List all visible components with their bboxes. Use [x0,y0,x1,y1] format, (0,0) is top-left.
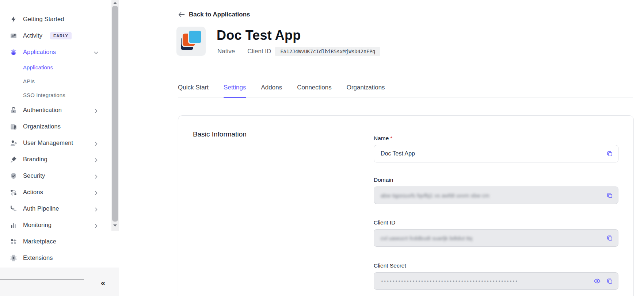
activity-icon [10,32,17,39]
sidebar-scrollbar-thumb[interactable] [112,6,118,222]
app-meta-row: Native Client ID EA12J4WvUK7cIdlbiR5sxMj… [217,47,380,56]
sidebar-item-actions[interactable]: Actions [0,184,110,200]
sidebar-item-label: Applications [23,49,56,55]
sidebar-item-organizations[interactable]: Organizations [0,118,110,135]
sidebar-item-label: Organizations [23,123,61,130]
sidebar-item-activity[interactable]: Activity EARLY [0,27,110,44]
sidebar-item-label: Branding [23,156,47,163]
app-logo [176,27,206,56]
sidebar-item-monitoring[interactable]: Monitoring [0,217,110,233]
domain-readonly-box: abw tqpxsuvfs fqvfbj1 vs awfdt uvvm xbw … [374,187,618,204]
bar-chart-icon [10,222,17,229]
name-field-group: Name* [374,135,618,162]
copy-icon [606,192,613,199]
back-to-applications-link[interactable]: Back to Applications [178,11,250,18]
footer-divider-line [0,280,84,280]
grid-plus-icon [10,238,17,245]
sidebar-item-label: Extensions [23,254,53,261]
sidebar-item-auth-pipeline[interactable]: Auth Pipeline [0,200,110,217]
sidebar-nav: Getting Started Activity EARLY Applicati… [0,0,110,266]
sidebar-item-label: Security [23,172,45,179]
shield-check-icon [10,172,17,180]
sidebar-item-branding[interactable]: Branding [0,151,110,168]
client-id-redacted-value: cvl uawucrt fcddbudt suarljk bdtdut ttq [374,235,472,241]
tab-organizations[interactable]: Organizations [347,84,385,97]
domain-label: Domain [374,176,618,184]
chip-icon [10,254,17,262]
name-input[interactable] [374,145,618,162]
chevron-right-icon [94,157,98,162]
sidebar-item-getting-started[interactable]: Getting Started [0,11,110,27]
tab-quick-start[interactable]: Quick Start [178,84,209,97]
sidebar-item-marketplace[interactable]: Marketplace [0,233,110,250]
client-secret-readonly-box: ••••••••••••••••••••••••••••••••••••••••… [374,272,618,290]
client-secret-field-group: Client Secret ••••••••••••••••••••••••••… [374,262,618,290]
copy-icon [606,150,613,157]
copy-domain-button[interactable] [605,191,614,200]
sidebar-item-label: User Management [23,139,73,146]
sidebar-subitem-applications[interactable]: Applications [0,60,110,74]
client-id-chip: EA12J4WvUK7cIdlbiR5sxMjWsD42nFPq [275,47,380,56]
chevron-right-icon [94,207,98,211]
logo-blue-square [188,30,202,44]
sidebar-item-label: Monitoring [23,222,52,228]
copy-name-button[interactable] [605,149,614,158]
name-input-box [374,145,618,162]
chevron-right-icon [94,108,98,112]
tab-settings[interactable]: Settings [224,84,246,97]
copy-client-secret-button[interactable] [605,277,614,285]
client-id-readonly-box: cvl uawucrt fcddbudt suarljk bdtdut ttq [374,229,618,247]
copy-client-id-button[interactable] [605,234,614,242]
client-id-label: Client ID [247,48,271,55]
sidebar-item-label: APIs [23,78,35,84]
copy-icon [606,278,613,285]
required-asterisk: * [390,135,392,141]
sidebar-item-label: SSO Integrations [23,92,65,98]
chevron-right-icon [94,141,98,145]
chevron-right-icon [94,174,98,178]
reveal-client-secret-button[interactable] [593,277,602,285]
page-title: Doc Test App [217,28,301,43]
sidebar-item-label: Applications [23,64,53,70]
client-id-field-label: Client ID [374,219,618,226]
sidebar-subitem-apis[interactable]: APIs [0,74,110,88]
sidebar-subitem-sso-integrations[interactable]: SSO Integrations [0,88,110,102]
back-arrow-icon [178,11,185,18]
sidebar-collapse-button[interactable]: « [97,277,109,289]
tab-addons[interactable]: Addons [261,84,282,97]
client-secret-masked-value: ••••••••••••••••••••••••••••••••••••••••… [374,278,518,284]
app-type-label: Native [217,48,235,55]
sidebar-footer: « [0,268,119,296]
user-gear-icon [10,139,17,147]
scrollbar-down-arrow-icon[interactable] [113,224,117,227]
client-id-field-group: Client ID cvl uawucrt fcddbudt suarljk b… [374,219,618,247]
sidebar: Getting Started Activity EARLY Applicati… [0,0,119,296]
early-badge: EARLY [50,32,72,39]
applications-layers-icon [10,49,17,56]
chevron-down-icon [94,50,98,54]
sidebar-item-user-management[interactable]: User Management [0,135,110,151]
sidebar-item-authentication[interactable]: Authentication [0,102,110,118]
sidebar-scrollbar-track[interactable] [111,0,119,231]
flow-icon [10,189,17,196]
tab-connections[interactable]: Connections [297,84,332,97]
eye-icon [594,277,601,285]
sidebar-item-label: Authentication [23,107,62,114]
sidebar-item-applications[interactable]: Applications [0,44,110,60]
pipeline-icon [10,205,17,212]
scrollbar-up-arrow-icon[interactable] [113,2,117,4]
client-secret-label: Client Secret [374,262,618,269]
sidebar-item-security[interactable]: Security [0,168,110,184]
sidebar-item-extensions[interactable]: Extensions [0,250,110,266]
paintbrush-icon [10,156,17,163]
basic-information-card: Basic Information Name* Domain abw tqp [178,115,634,296]
domain-field-group: Domain abw tqpxsuvfs fqvfbj1 vs awfdt uv… [374,176,618,204]
sidebar-item-label: Getting Started [23,16,64,23]
lock-icon [10,107,17,114]
lightning-icon [10,16,17,23]
tab-bar: Quick Start Settings Addons Connections … [178,84,633,97]
sidebar-item-label: Activity [23,32,42,39]
building-icon [10,123,17,130]
section-title: Basic Information [193,130,247,138]
chevron-right-icon [94,223,98,227]
